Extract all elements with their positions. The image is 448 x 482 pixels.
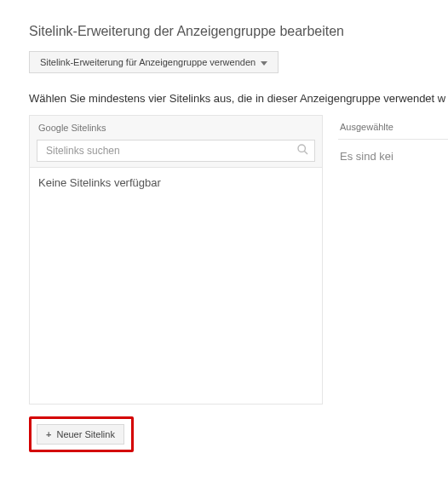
dialog-container: Sitelink-Erweiterung der Anzeigengruppe … — [0, 0, 448, 452]
available-empty-text: Keine Sitelinks verfügbar — [38, 176, 313, 189]
usage-dropdown[interactable]: Sitelink-Erweiterung für Anzeigengruppe … — [29, 51, 279, 73]
available-panel-header: Google Sitelinks — [30, 116, 322, 140]
highlight-box: + Neuer Sitelink — [29, 416, 134, 452]
selected-panel: Ausgewählte Es sind kei — [338, 115, 448, 405]
plus-icon: + — [46, 429, 51, 439]
selected-panel-header: Ausgewählte — [338, 115, 448, 140]
available-panel: Google Sitelinks Keine Sitelinks verfügb… — [29, 115, 323, 405]
new-sitelink-label: Neuer Sitelink — [56, 429, 114, 439]
selected-empty-text: Es sind kei — [338, 140, 448, 163]
search-input[interactable] — [37, 140, 315, 162]
instruction-text: Wählen Sie mindestens vier Sitelinks aus… — [29, 92, 448, 105]
chevron-down-icon — [261, 57, 267, 67]
new-sitelink-button[interactable]: + Neuer Sitelink — [37, 424, 124, 445]
search-wrap — [30, 140, 322, 167]
dropdown-label: Sitelink-Erweiterung für Anzeigengruppe … — [40, 57, 256, 67]
columns: Google Sitelinks Keine Sitelinks verfügb… — [29, 115, 448, 405]
available-list: Keine Sitelinks verfügbar — [30, 167, 322, 404]
search-box — [37, 140, 315, 162]
page-title: Sitelink-Erweiterung der Anzeigengruppe … — [29, 24, 448, 39]
